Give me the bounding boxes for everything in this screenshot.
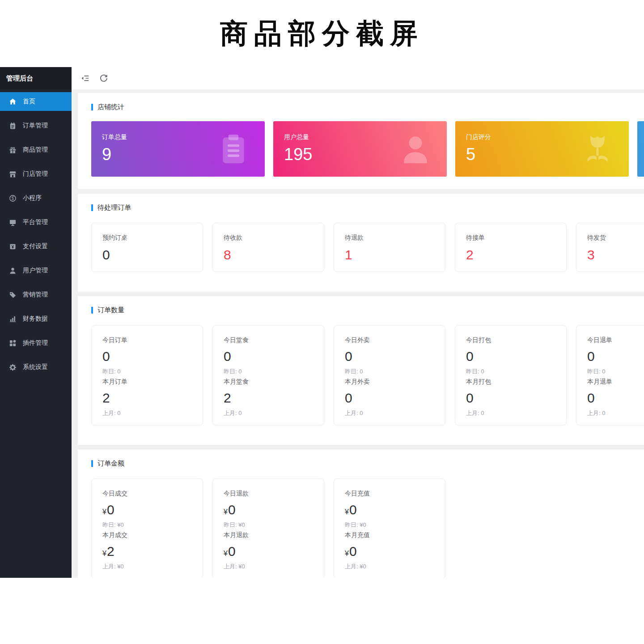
amount-card-row: 今日成交 ¥0 昨日: ¥0 本月成交 ¥2 上月: ¥0 今日退款 ¥0 昨日… xyxy=(91,479,644,578)
section-title-bar xyxy=(91,307,93,314)
count-card-label: 今日订单 xyxy=(102,336,203,344)
flower-icon xyxy=(581,133,614,165)
count-card-label: 今日打包 xyxy=(466,336,566,344)
store-icon xyxy=(9,170,17,178)
panel-order-counts: 订单数量 今日订单 0 昨日: 0 本月订单 2 上月: 0 今日堂食 xyxy=(78,296,644,445)
pending-card-awaiting-shipment: 待发货 3 xyxy=(576,223,644,272)
home-icon xyxy=(9,98,17,106)
section-title-bar xyxy=(91,204,93,211)
sidebar-item-marketing[interactable]: 营销管理 xyxy=(0,285,72,304)
sidebar-item-label: 订单管理 xyxy=(23,122,48,130)
panel-pending-orders: 待处理订单 预约订桌 0 待收款 8 待退款 1 xyxy=(78,194,644,292)
count-card-yesterday: 昨日: 0 xyxy=(466,368,566,376)
pending-card-value: 2 xyxy=(466,248,566,262)
count-card-today-dinein: 今日堂食 0 昨日: 0 本月堂食 2 上月: 0 xyxy=(212,325,324,425)
sidebar-item-users[interactable]: 用户管理 xyxy=(0,261,72,280)
clipboard-icon xyxy=(217,133,250,165)
section-title-shop-stats: 店铺统计 xyxy=(91,103,644,111)
sidebar-item-label: 商品管理 xyxy=(23,146,48,154)
sidebar-item-finance[interactable]: 财务数据 xyxy=(0,309,72,328)
count-card-last-month: 上月: 0 xyxy=(466,409,566,417)
count-card-label: 今日外卖 xyxy=(345,336,445,344)
collapse-sidebar-icon[interactable] xyxy=(80,74,89,83)
sidebar-item-label: 系统设置 xyxy=(23,363,48,371)
count-card-last-month: 上月: 0 xyxy=(102,409,203,417)
section-title-text: 待处理订单 xyxy=(97,203,131,212)
sidebar-item-products[interactable]: 商品管理 xyxy=(0,140,72,159)
sidebar-brand: 管理后台 xyxy=(0,67,72,89)
section-title-order-amounts: 订单金额 xyxy=(91,459,644,468)
count-card-value: 0 xyxy=(345,350,445,363)
pending-card-value: 1 xyxy=(345,248,445,262)
count-card-yesterday: 昨日: 0 xyxy=(587,368,644,376)
user-icon xyxy=(9,267,17,275)
currency-symbol: ¥ xyxy=(345,508,349,516)
count-card-month-label: 本月订单 xyxy=(102,378,203,386)
section-title-text: 订单金额 xyxy=(97,459,124,468)
pending-card-awaiting-refund: 待退款 1 xyxy=(334,223,445,272)
platform-icon xyxy=(9,219,17,226)
count-card-last-month: 上月: 0 xyxy=(345,409,445,417)
amount-card-month-label: 本月退款 xyxy=(224,531,324,539)
amount-card-value: ¥0 xyxy=(345,503,445,517)
amount-card-today-sales: 今日成交 ¥0 昨日: ¥0 本月成交 ¥2 上月: ¥0 xyxy=(91,479,203,578)
section-title-bar xyxy=(91,104,93,110)
count-card-yesterday: 昨日: 0 xyxy=(224,368,324,376)
panel-shop-stats: 店铺统计 订单总量 9 用户总量 195 xyxy=(78,93,644,189)
sidebar-item-plugins[interactable]: 插件管理 xyxy=(0,334,72,352)
caption-wrap: 商品部分截屏 xyxy=(0,0,644,67)
count-card-value: 0 xyxy=(102,350,203,363)
currency-symbol: ¥ xyxy=(224,550,228,557)
sidebar-item-payment[interactable]: 支付设置 xyxy=(0,237,72,256)
sidebar: 管理后台 首页 订单管理 xyxy=(0,67,72,578)
sidebar-item-orders[interactable]: 订单管理 xyxy=(0,116,72,135)
sidebar-item-platform[interactable]: 平台管理 xyxy=(0,213,72,232)
count-card-label: 今日退单 xyxy=(587,336,644,344)
sidebar-item-label: 用户管理 xyxy=(23,267,48,275)
count-card-today-takeout: 今日外卖 0 昨日: 0 本月外卖 0 上月: 0 xyxy=(334,325,445,425)
section-title-order-counts: 订单数量 xyxy=(91,306,644,314)
sidebar-item-label: 平台管理 xyxy=(23,218,48,226)
sidebar-item-label: 首页 xyxy=(23,97,35,106)
payment-icon xyxy=(9,243,17,250)
pending-card-awaiting-accept: 待接单 2 xyxy=(455,223,567,272)
count-card-month-label: 本月打包 xyxy=(466,378,566,386)
amount-card-month-value: ¥0 xyxy=(345,545,445,558)
stat-card-total-orders: 订单总量 9 xyxy=(91,121,265,177)
sidebar-menu: 首页 订单管理 商品管理 xyxy=(0,89,72,377)
sidebar-item-miniprogram[interactable]: 小程序 xyxy=(0,189,72,208)
plugin-icon xyxy=(9,339,17,347)
section-title-bar xyxy=(91,460,93,467)
count-card-last-month: 上月: 0 xyxy=(224,409,324,417)
pending-card-awaiting-payment: 待收款 8 xyxy=(212,223,324,272)
order-icon xyxy=(9,122,17,130)
sidebar-item-stores[interactable]: 门店管理 xyxy=(0,165,72,183)
sidebar-item-home[interactable]: 首页 xyxy=(0,92,72,111)
finance-icon xyxy=(9,315,17,323)
amount-card-month-label: 本月充值 xyxy=(345,531,445,539)
user-icon xyxy=(399,133,432,165)
section-title-pending-orders: 待处理订单 xyxy=(91,203,644,212)
amount-card-value: ¥0 xyxy=(102,503,203,517)
count-card-month-value: 0 xyxy=(587,391,644,405)
pending-card-label: 待退款 xyxy=(345,234,445,242)
amount-card-last-month: 上月: ¥0 xyxy=(224,563,324,571)
refresh-icon[interactable] xyxy=(99,74,108,83)
pending-card-value: 3 xyxy=(587,248,644,262)
pending-card-label: 预约订桌 xyxy=(102,234,203,242)
amount-card-today-refunds: 今日退款 ¥0 昨日: ¥0 本月退款 ¥0 上月: ¥0 xyxy=(212,479,324,578)
count-card-value: 0 xyxy=(466,350,566,363)
dashboard-content: 店铺统计 订单总量 9 用户总量 195 xyxy=(72,89,644,578)
amount-card-label: 今日退款 xyxy=(224,490,324,498)
count-card-today-packaging: 今日打包 0 昨日: 0 本月打包 0 上月: 0 xyxy=(455,325,567,425)
miniprogram-icon xyxy=(9,195,17,202)
toolbar xyxy=(72,67,644,89)
pending-card-value: 8 xyxy=(224,248,324,262)
sidebar-item-label: 营销管理 xyxy=(23,291,48,299)
sidebar-item-label: 财务数据 xyxy=(23,315,48,323)
count-card-month-label: 本月退单 xyxy=(587,378,644,386)
sidebar-item-settings[interactable]: 系统设置 xyxy=(0,358,72,377)
gear-icon xyxy=(9,364,17,371)
count-card-row: 今日订单 0 昨日: 0 本月订单 2 上月: 0 今日堂食 0 昨日: 0 本… xyxy=(91,325,644,425)
pending-card-value: 0 xyxy=(102,248,203,262)
